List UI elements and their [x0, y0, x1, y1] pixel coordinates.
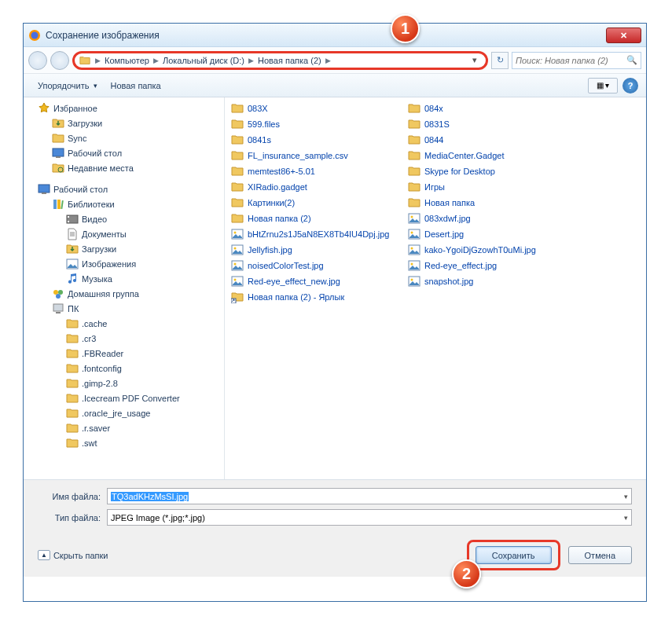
file-item[interactable]: Red-eye_effect_new.jpg	[225, 273, 402, 289]
pc-folder-7[interactable]: .r.saver	[24, 420, 224, 435]
file-item[interactable]: Новая папка (2)	[225, 211, 402, 226]
filetype-select[interactable]: JPEG Image (*.jpg;*.jpg)	[107, 509, 632, 526]
file-item[interactable]: Skype for Desktop	[402, 163, 578, 179]
file-item[interactable]: Red-eye_effect.jpg	[402, 258, 578, 273]
organize-menu[interactable]: Упорядочить	[31, 78, 104, 94]
view-options-button[interactable]: ▦ ▾	[588, 78, 618, 94]
file-item[interactable]: memtest86+-5.01	[225, 163, 402, 179]
file-item[interactable]: noisedColorTest.jpg	[225, 258, 402, 273]
refresh-button[interactable]: ↻	[491, 52, 509, 69]
fav-sync[interactable]: Sync	[24, 130, 224, 145]
file-item[interactable]: Jellyfish.jpg	[225, 242, 402, 258]
file-name: snapshot.jpg	[424, 277, 473, 286]
cancel-button[interactable]: Отмена	[568, 546, 632, 564]
file-item[interactable]: 599.files	[225, 116, 402, 132]
breadcrumb-bar[interactable]: ▶ Компьютер ▶ Локальный диск (D:) ▶ Нова…	[72, 51, 488, 70]
bottom-panel: Имя файла: TQ3adKHzMsSI.jpg Тип файла: J…	[24, 479, 646, 577]
svg-rect-17	[53, 304, 63, 311]
pc-folder-3[interactable]: .fontconfig	[24, 361, 224, 376]
file-item[interactable]: XIRadio.gadget	[225, 179, 402, 195]
file-item[interactable]: Игры	[402, 179, 578, 195]
search-box[interactable]: 🔍	[512, 52, 641, 69]
file-name: memtest86+-5.01	[248, 167, 315, 176]
svg-point-22	[234, 248, 237, 250]
svg-rect-12	[68, 221, 69, 222]
folder-icon	[408, 165, 420, 178]
breadcrumb-item[interactable]: Компьютер	[102, 56, 152, 65]
filename-value: TQ3adKHzMsSI.jpg	[111, 492, 189, 501]
navigation-tree[interactable]: ИзбранноеЗагрузкиSyncРабочий столНедавни…	[24, 97, 225, 479]
folder-icon	[408, 149, 420, 162]
tree-label: .Icecream PDF Converter	[82, 394, 180, 403]
close-button[interactable]: ✕	[606, 28, 641, 43]
folder-icon	[66, 422, 79, 434]
file-item[interactable]: Desert.jpg	[402, 226, 578, 242]
folder-icon	[231, 102, 244, 115]
lib-images[interactable]: Изображения	[24, 256, 224, 271]
nav-forward-button[interactable]	[50, 51, 69, 70]
file-item[interactable]: 083X	[225, 101, 402, 116]
file-name: 599.files	[248, 119, 280, 129]
desktop-group[interactable]: Рабочий стол	[24, 182, 224, 196]
lib-video[interactable]: Видео	[24, 211, 224, 226]
file-item[interactable]: 0841s	[225, 132, 402, 148]
search-input[interactable]	[516, 56, 626, 65]
navigation-bar: ▶ Компьютер ▶ Локальный диск (D:) ▶ Нова…	[24, 47, 646, 74]
new-folder-button[interactable]: Новая папка	[104, 78, 167, 94]
search-icon[interactable]: 🔍	[626, 55, 637, 65]
breadcrumb-item[interactable]: Новая папка (2)	[255, 56, 324, 65]
help-button[interactable]: ?	[622, 78, 638, 94]
file-name: kako-YgoiDjGzowhT0uMi.jpg	[424, 245, 536, 255]
hide-folders-toggle[interactable]: Скрыть папки	[38, 550, 108, 560]
tree-label: Библиотеки	[68, 200, 115, 209]
tree-label: Sync	[68, 134, 86, 143]
pc-folder-4[interactable]: .gimp-2.8	[24, 376, 224, 390]
file-item[interactable]: Картинки(2)	[225, 195, 402, 211]
pc-folder-0[interactable]: .cache	[24, 316, 224, 331]
homegroup[interactable]: Домашняя группа	[24, 286, 224, 301]
file-item[interactable]: MediaCenter.Gadget	[402, 148, 578, 163]
fav-recent[interactable]: Недавние места	[24, 160, 224, 175]
file-item[interactable]: FL_insurance_sample.csv	[225, 148, 402, 163]
pc-folder-6[interactable]: .oracle_jre_usage	[24, 405, 224, 420]
tree-label: Загрузки	[68, 119, 102, 128]
image-icon	[231, 259, 244, 272]
filename-input[interactable]: TQ3adKHzMsSI.jpg	[107, 488, 632, 504]
tree-label: .FBReader	[82, 349, 123, 358]
file-list[interactable]: 083X599.files0841sFL_insurance_sample.cs…	[225, 97, 646, 479]
tree-label: Видео	[82, 214, 107, 224]
breadcrumb-dropdown[interactable]: ▾	[468, 55, 481, 65]
svg-point-24	[234, 263, 237, 266]
file-item[interactable]: bHtZrnu2s1J5aN8EX8Tb4IU4Dpj.jpg	[225, 226, 402, 242]
favorites-group[interactable]: Избранное	[24, 101, 224, 116]
lib-documents[interactable]: Документы	[24, 226, 224, 241]
file-item[interactable]: snapshot.jpg	[402, 273, 578, 289]
file-item[interactable]: 084x	[402, 101, 578, 116]
file-item[interactable]: kako-YgoiDjGzowhT0uMi.jpg	[402, 242, 578, 258]
libraries-group[interactable]: Библиотеки	[24, 196, 224, 211]
fav-desktop[interactable]: Рабочий стол	[24, 145, 224, 160]
breadcrumb-item[interactable]: Локальный диск (D:)	[160, 56, 247, 65]
lib-downloads[interactable]: Загрузки	[24, 241, 224, 256]
fav-downloads[interactable]: Загрузки	[24, 116, 224, 130]
file-name: bHtZrnu2s1J5aN8EX8Tb4IU4Dpj.jpg	[248, 229, 389, 239]
lib-music[interactable]: Музыка	[24, 271, 224, 286]
file-item[interactable]: Новая папка	[402, 195, 578, 211]
pc-group[interactable]: ПК	[24, 301, 224, 316]
nav-back-button[interactable]	[28, 51, 47, 70]
file-item[interactable]: 0844	[402, 132, 578, 148]
pc-folder-8[interactable]: .swt	[24, 435, 224, 450]
pc-folder-2[interactable]: .FBReader	[24, 346, 224, 361]
svg-rect-6	[42, 192, 46, 194]
image-icon	[408, 259, 420, 272]
pc-folder-1[interactable]: .cr3	[24, 331, 224, 346]
pc-folder-5[interactable]: .Icecream PDF Converter	[24, 390, 224, 405]
file-item[interactable]: 083xdwf.jpg	[402, 211, 578, 226]
file-item[interactable]: Новая папка (2) - Ярлык	[225, 289, 402, 305]
file-item[interactable]: 0831S	[402, 116, 578, 132]
tree-label: Загрузки	[82, 244, 116, 254]
tree-label: .r.saver	[82, 424, 110, 433]
titlebar: Сохранение изображения ✕	[24, 24, 646, 47]
save-button[interactable]: Сохранить	[476, 546, 552, 564]
star-icon	[38, 102, 50, 115]
